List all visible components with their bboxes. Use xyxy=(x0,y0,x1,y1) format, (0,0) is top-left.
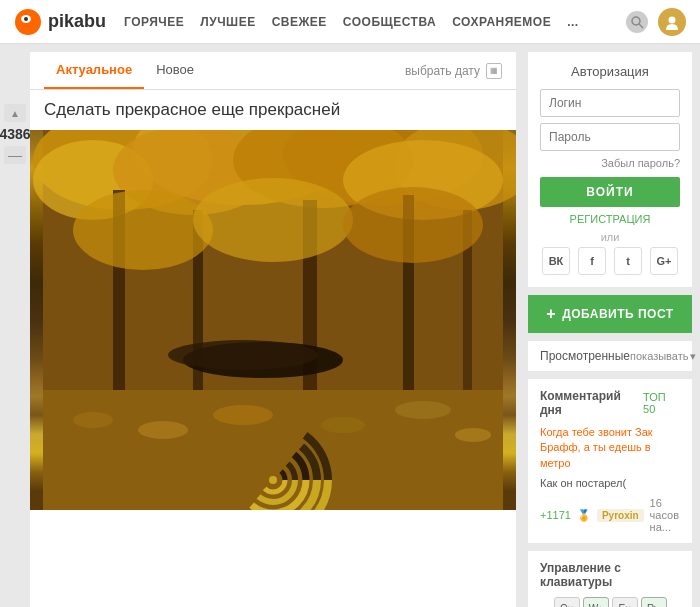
svg-point-27 xyxy=(138,421,188,439)
header: pikabu ГОРЯЧЕЕ ЛУЧШЕЕ СВЕЖЕЕ СООБЩЕСТВА … xyxy=(0,0,700,44)
downvote-button[interactable]: — xyxy=(4,146,26,164)
comment-meta: +1171 🏅 Pyroxin 16 часов на... xyxy=(540,497,680,533)
tabs-bar: Актуальное Новое выбрать дату ▦ xyxy=(30,52,516,90)
post-image xyxy=(30,130,516,510)
kbd-q[interactable]: QЧ xyxy=(554,597,580,607)
nav-more[interactable]: ... xyxy=(567,15,579,29)
svg-point-2 xyxy=(24,17,28,21)
post-image-svg xyxy=(30,130,516,510)
auth-box: Авторизация Забыл пароль? ВОЙТИ РЕГИСТРА… xyxy=(528,52,692,287)
add-post-label: ДОБАВИТЬ ПОСТ xyxy=(562,307,673,321)
comment-karma: +1171 xyxy=(540,509,571,521)
logo[interactable]: pikabu xyxy=(14,8,106,36)
viewed-label: Просмотренные xyxy=(540,349,630,363)
comment-header: Комментарий дня ТОП 50 xyxy=(540,389,680,417)
svg-point-30 xyxy=(395,401,451,419)
logo-text: pikabu xyxy=(48,11,106,32)
post-title: Сделать прекрасное еще прекрасней xyxy=(30,90,516,130)
svg-point-26 xyxy=(73,412,113,428)
comment-box: Комментарий дня ТОП 50 Когда тебе звонит… xyxy=(528,379,692,543)
add-post-button[interactable]: + ДОБАВИТЬ ПОСТ xyxy=(528,295,692,333)
logo-icon xyxy=(14,8,42,36)
forgot-password-link[interactable]: Забыл пароль? xyxy=(540,157,680,169)
kbd-w[interactable]: W↑ xyxy=(583,597,609,607)
svg-point-31 xyxy=(455,428,491,442)
viewed-box: Просмотренные показывать ▾ xyxy=(528,341,692,371)
main-nav: ГОРЯЧЕЕ ЛУЧШЕЕ СВЕЖЕЕ СООБЩЕСТВА СОХРАНЯ… xyxy=(124,15,579,29)
user-avatar[interactable] xyxy=(658,8,686,36)
upvote-button[interactable]: ▲ xyxy=(4,104,26,122)
fb-login-button[interactable]: f xyxy=(578,247,606,275)
nav-hot[interactable]: ГОРЯЧЕЕ xyxy=(124,15,184,29)
main-layout: ▲ 4386 — Актуальное Новое выбрать дату ▦… xyxy=(0,44,700,607)
plus-icon: + xyxy=(546,305,556,323)
header-right xyxy=(626,8,686,36)
social-row: ВК f t G+ xyxy=(540,247,680,275)
vk-login-button[interactable]: ВК xyxy=(542,247,570,275)
svg-point-29 xyxy=(321,417,365,433)
kbd-r[interactable]: R▶ xyxy=(641,597,667,607)
chevron-down-icon: ▾ xyxy=(690,350,696,363)
login-input[interactable] xyxy=(540,89,680,117)
svg-point-21 xyxy=(193,178,353,262)
svg-point-20 xyxy=(73,190,213,270)
top50-link[interactable]: ТОП 50 xyxy=(643,391,680,415)
comment-body: Как он постарел( xyxy=(540,477,680,489)
login-button[interactable]: ВОЙТИ xyxy=(540,177,680,207)
nav-saved[interactable]: СОХРАНЯЕМОЕ xyxy=(452,15,551,29)
tab-new[interactable]: Новое xyxy=(144,52,206,89)
gp-login-button[interactable]: G+ xyxy=(650,247,678,275)
svg-line-4 xyxy=(639,24,643,28)
svg-point-28 xyxy=(213,405,273,425)
comment-link[interactable]: Когда тебе звонит Зак Брафф, а ты едешь … xyxy=(540,425,680,471)
comment-day-title: Комментарий дня xyxy=(540,389,643,417)
kbd-row-1: QЧ W↑ EУ R▶ xyxy=(540,597,680,607)
tw-login-button[interactable]: t xyxy=(614,247,642,275)
nav-communities[interactable]: СООБЩЕСТВА xyxy=(343,15,436,29)
content-column: Актуальное Новое выбрать дату ▦ Сделать … xyxy=(30,52,516,607)
username[interactable]: Pyroxin xyxy=(597,509,644,522)
search-icon[interactable] xyxy=(626,11,648,33)
kbd-e[interactable]: EУ xyxy=(612,597,638,607)
keyboard-box: Управление с клавиатуры QЧ W↑ EУ R▶ AФ S… xyxy=(528,551,692,607)
nav-best[interactable]: ЛУЧШЕЕ xyxy=(200,15,255,29)
svg-point-42 xyxy=(269,476,277,484)
medal-icon: 🏅 xyxy=(577,509,591,522)
tab-aktual[interactable]: Актуальное xyxy=(44,52,144,89)
calendar-icon: ▦ xyxy=(486,63,502,79)
keyboard-title: Управление с клавиатуры xyxy=(540,561,680,589)
auth-title: Авторизация xyxy=(540,64,680,79)
date-picker[interactable]: выбрать дату ▦ xyxy=(405,63,502,79)
sidebar: Авторизация Забыл пароль? ВОЙТИ РЕГИСТРА… xyxy=(520,44,700,607)
nav-fresh[interactable]: СВЕЖЕЕ xyxy=(272,15,327,29)
show-viewed-link[interactable]: показывать ▾ xyxy=(630,350,696,363)
svg-point-3 xyxy=(632,17,640,25)
date-picker-label: выбрать дату xyxy=(405,64,480,78)
register-link[interactable]: РЕГИСТРАЦИЯ xyxy=(540,213,680,225)
vote-count: 4386 xyxy=(0,126,31,142)
or-divider: или xyxy=(540,231,680,243)
svg-point-22 xyxy=(343,187,483,263)
vote-column: ▲ 4386 — xyxy=(0,44,30,607)
password-input[interactable] xyxy=(540,123,680,151)
svg-point-5 xyxy=(669,16,676,23)
svg-point-24 xyxy=(168,340,318,370)
time-ago: 16 часов на... xyxy=(650,497,680,533)
